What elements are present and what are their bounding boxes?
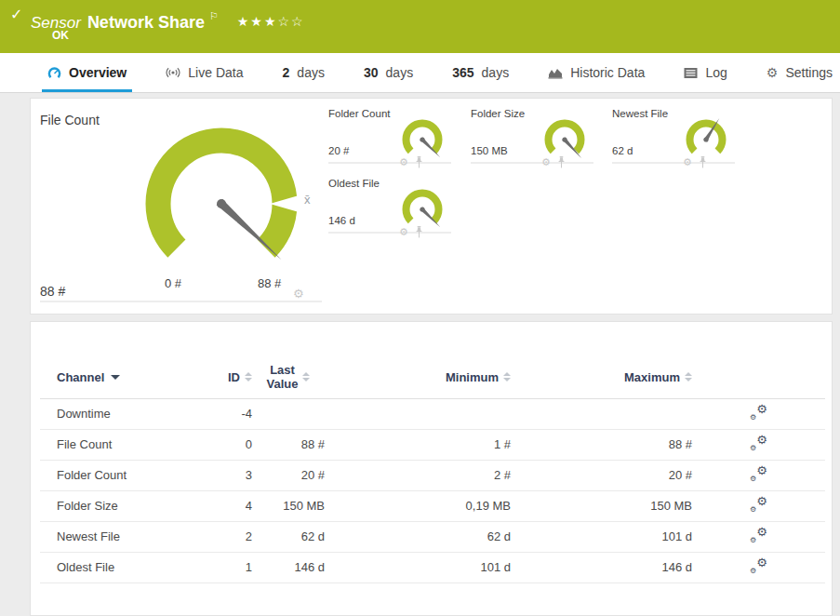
cell-channel: File Count xyxy=(40,429,215,460)
channel-settings-icon[interactable]: ⚙⚙ xyxy=(750,405,767,421)
small-gauge-title: Newest File xyxy=(612,108,668,119)
cell-last: 62 d xyxy=(252,521,325,552)
pin-icon[interactable] xyxy=(699,156,707,168)
sort-icon xyxy=(503,372,511,382)
star-rating[interactable]: ★★★☆☆ xyxy=(237,14,305,29)
column-header-maximum[interactable]: Maximum xyxy=(511,355,692,398)
mean-marker-label: x̄ xyxy=(304,193,311,207)
pin-icon[interactable] xyxy=(415,156,423,168)
column-header-last-value[interactable]: Last Value xyxy=(252,355,325,398)
cell-max: 150 MB xyxy=(511,490,692,521)
cell-actions: ⚙⚙ xyxy=(692,552,825,583)
gauge-scale-min: 0 # xyxy=(165,276,181,290)
small-gauge-value: 146 d xyxy=(328,215,355,226)
cell-min xyxy=(325,398,511,429)
pin-icon[interactable] xyxy=(415,226,423,238)
tab-historic-data[interactable]: Historic Data xyxy=(542,53,650,92)
cell-min: 101 d xyxy=(325,552,511,583)
gear-icon[interactable]: ⚙ xyxy=(293,288,304,300)
tab-days[interactable]: 30days xyxy=(358,53,419,92)
pin-icon[interactable] xyxy=(557,156,566,168)
small-gauge-newest-file: Newest File62 d⚙ xyxy=(612,108,735,164)
cell-actions: ⚙⚙ xyxy=(692,429,825,460)
cell-id: 4 xyxy=(215,490,252,521)
cell-min: 1 # xyxy=(325,429,511,460)
cell-last: 88 # xyxy=(252,429,325,460)
gauge-icon xyxy=(47,66,61,80)
channel-row-folder-size: Folder Size4150 MB0,19 MB150 MB⚙⚙ xyxy=(40,490,825,521)
gear-icon[interactable]: ⚙ xyxy=(541,157,551,167)
channel-settings-icon[interactable]: ⚙⚙ xyxy=(750,558,767,574)
cell-actions: ⚙⚙ xyxy=(692,490,825,521)
tab-overview[interactable]: Overview xyxy=(42,53,132,92)
small-gauge-oldest-file: Oldest File146 d⚙ xyxy=(328,178,451,234)
cell-actions: ⚙⚙ xyxy=(692,398,825,429)
sort-desc-icon xyxy=(111,375,120,380)
column-header-id[interactable]: ID xyxy=(215,355,252,398)
channel-settings-icon[interactable]: ⚙⚙ xyxy=(750,497,767,513)
column-header-channel[interactable]: Channel xyxy=(40,355,215,398)
cell-channel: Folder Count xyxy=(40,460,215,490)
historic-icon xyxy=(548,66,563,79)
sensor-title: Network Share xyxy=(87,13,205,32)
small-gauge-value: 62 d xyxy=(612,145,633,156)
primary-gauge-value: 88 # xyxy=(40,284,65,299)
column-header-minimum[interactable]: Minimum xyxy=(325,355,511,398)
tab-days[interactable]: 2days xyxy=(277,53,330,92)
primary-gauge-title: File Count xyxy=(40,113,100,127)
channel-settings-icon[interactable]: ⚙⚙ xyxy=(750,435,767,451)
gear-icon[interactable]: ⚙ xyxy=(399,157,408,167)
cell-channel: Oldest File xyxy=(40,552,215,583)
cell-min: 62 d xyxy=(325,521,511,552)
cell-id: 2 xyxy=(215,521,252,552)
settings-icon: ⚙ xyxy=(767,66,779,79)
sort-icon xyxy=(302,372,310,382)
column-header-actions xyxy=(692,355,825,398)
channel-row-newest-file: Newest File262 d62 d101 d⚙⚙ xyxy=(40,521,825,552)
cell-min: 0,19 MB xyxy=(325,490,511,521)
gauge-scale-max: 88 # xyxy=(258,276,281,290)
gear-icon[interactable]: ⚙ xyxy=(399,227,408,237)
ok-check-icon: ✓ xyxy=(10,7,22,22)
tab-days[interactable]: 365days xyxy=(447,53,514,92)
sort-icon xyxy=(685,372,692,382)
small-gauge-value: 20 # xyxy=(328,145,349,156)
tab-live-data[interactable]: Live Data xyxy=(160,53,248,92)
small-gauge-folder-size: Folder Size150 MB⚙ xyxy=(471,108,593,164)
tab-log[interactable]: Log xyxy=(678,53,732,92)
channel-settings-icon[interactable]: ⚙⚙ xyxy=(750,466,767,482)
tab-settings[interactable]: ⚙Settings xyxy=(761,53,838,92)
sort-icon xyxy=(245,372,252,382)
cell-max: 101 d xyxy=(511,521,692,552)
cell-channel: Newest File xyxy=(40,521,215,552)
primary-gauge-cell: File Count x̄ 0 # 88 # 88 # ⚙ xyxy=(40,105,322,302)
channel-row-oldest-file: Oldest File1146 d101 d146 d⚙⚙ xyxy=(40,552,825,583)
small-gauge-value: 150 MB xyxy=(471,145,508,156)
gauges-panel: File Count x̄ 0 # 88 # 88 # ⚙ Folder Cou… xyxy=(30,98,833,315)
file-count-gauge xyxy=(133,115,310,292)
cell-actions: ⚙⚙ xyxy=(692,460,825,490)
live-icon xyxy=(166,66,180,79)
cell-last: 150 MB xyxy=(252,490,325,521)
cell-max xyxy=(511,398,692,429)
priority-flag-icon[interactable]: ⚐ xyxy=(209,10,219,21)
gear-icon[interactable]: ⚙ xyxy=(683,157,692,167)
cell-channel: Downtime xyxy=(40,398,215,429)
cell-max: 88 # xyxy=(511,429,692,460)
status-badge: OK xyxy=(52,29,69,42)
channel-row-downtime: Downtime-4⚙⚙ xyxy=(40,398,825,429)
cell-max: 20 # xyxy=(511,460,692,490)
cell-min: 2 # xyxy=(325,460,511,490)
cell-id: 3 xyxy=(215,460,252,490)
small-gauge-title: Oldest File xyxy=(328,178,380,189)
small-gauge-title: Folder Count xyxy=(328,108,390,119)
log-icon xyxy=(684,67,698,79)
cell-channel: Folder Size xyxy=(40,490,215,521)
small-gauge-folder-count: Folder Count20 #⚙ xyxy=(328,108,451,164)
small-gauge-title: Folder Size xyxy=(471,108,525,119)
channel-table: ChannelIDLast ValueMinimumMaximum Downti… xyxy=(40,355,825,583)
channel-settings-icon[interactable]: ⚙⚙ xyxy=(750,528,767,543)
cell-last: 146 d xyxy=(252,552,325,583)
cell-id: 0 xyxy=(215,429,252,460)
sensor-status-banner: ✓ SensorNetwork Share⚐★★★☆☆ OK xyxy=(0,0,840,53)
